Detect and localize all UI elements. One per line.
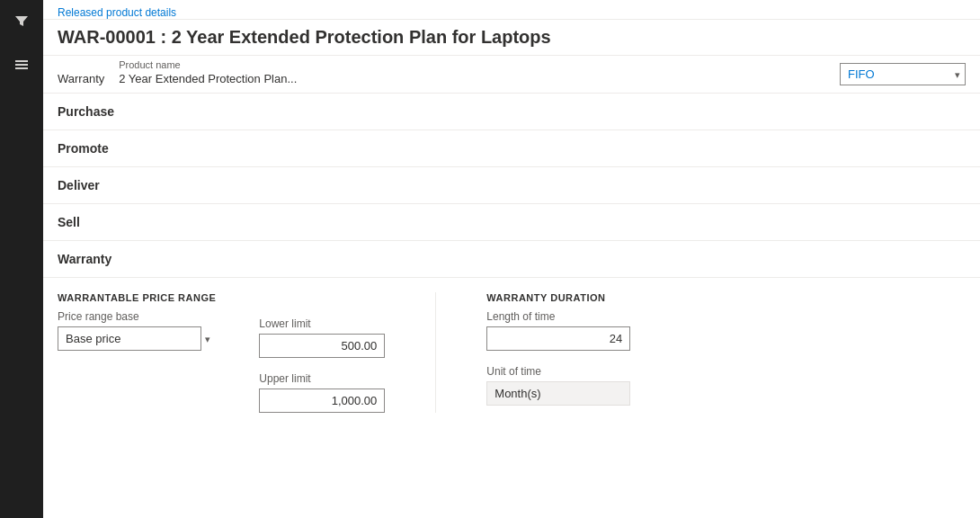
section-sell-header[interactable]: Sell (43, 204, 980, 240)
product-name-label: Product name (119, 59, 297, 70)
svg-rect-2 (15, 67, 28, 69)
filter-icon[interactable] (7, 7, 36, 36)
warranty-content: WARRANTABLE PRICE RANGE Price range base… (43, 278, 980, 427)
section-purchase-header[interactable]: Purchase (43, 94, 980, 130)
warranty-duration-title: WARRANTY DURATION (486, 292, 630, 303)
menu-icon[interactable] (7, 50, 36, 79)
length-of-time-label: Length of time (486, 310, 630, 323)
unit-of-time-label: Unit of time (486, 365, 630, 378)
product-name-value: 2 Year Extended Protection Plan... (119, 72, 297, 85)
upper-limit-field: Upper limit (259, 372, 385, 413)
main-content: Released product details WAR-00001 : 2 Y… (43, 0, 980, 518)
page-header: WAR-00001 : 2 Year Extended Protection P… (43, 20, 980, 56)
product-name-field: Product name 2 Year Extended Protection … (119, 59, 297, 85)
upper-limit-label: Upper limit (259, 372, 385, 385)
length-of-time-input[interactable] (486, 326, 630, 351)
top-nav: Released product details (43, 0, 980, 20)
lower-limit-input[interactable] (259, 334, 385, 358)
section-deliver: Deliver (43, 167, 980, 204)
page-title: WAR-00001 : 2 Year Extended Protection P… (58, 27, 966, 48)
lower-limit-label: Lower limit (259, 317, 385, 330)
price-range-base-field: Price range base Base price Sales price (58, 310, 216, 351)
section-warranty: Warranty WARRANTABLE PRICE RANGE Price r… (43, 241, 980, 427)
svg-rect-1 (15, 64, 28, 66)
section-sell: Sell (43, 204, 980, 241)
length-of-time-field: Length of time (486, 310, 630, 351)
section-deliver-header[interactable]: Deliver (43, 167, 980, 203)
price-limits: Lower limit Upper limit (259, 292, 385, 413)
upper-limit-input[interactable] (259, 388, 385, 413)
section-purchase: Purchase (43, 94, 980, 130)
product-header-row: Warranty Product name 2 Year Extended Pr… (43, 56, 980, 94)
fifo-select[interactable]: FIFO LIFO Average (840, 63, 966, 85)
section-promote: Promote (43, 130, 980, 167)
fifo-select-wrapper: FIFO LIFO Average (840, 63, 966, 85)
section-warranty-header[interactable]: Warranty (43, 241, 980, 278)
breadcrumb-link[interactable]: Released product details (58, 6, 176, 19)
product-type-value: Warranty (58, 72, 104, 85)
sidebar (0, 0, 43, 518)
unit-of-time-field: Unit of time Month(s) (486, 365, 630, 406)
price-range-select-wrapper: Base price Sales price (58, 326, 216, 351)
svg-rect-0 (15, 60, 28, 62)
product-type-field: Warranty (58, 72, 104, 85)
warrantable-title: WARRANTABLE PRICE RANGE (58, 292, 216, 303)
fifo-field: FIFO LIFO Average (840, 63, 966, 85)
content-area[interactable]: Warranty Product name 2 Year Extended Pr… (43, 56, 980, 518)
price-range-base-select[interactable]: Base price Sales price (58, 326, 201, 351)
lower-limit-field: Lower limit (259, 317, 385, 358)
warranty-divider (435, 292, 436, 413)
warrantable-price-range: WARRANTABLE PRICE RANGE Price range base… (58, 292, 216, 351)
section-promote-header[interactable]: Promote (43, 130, 980, 166)
unit-of-time-value: Month(s) (486, 381, 630, 406)
price-range-base-label: Price range base (58, 310, 216, 323)
warranty-duration: WARRANTY DURATION Length of time Unit of… (486, 292, 630, 406)
